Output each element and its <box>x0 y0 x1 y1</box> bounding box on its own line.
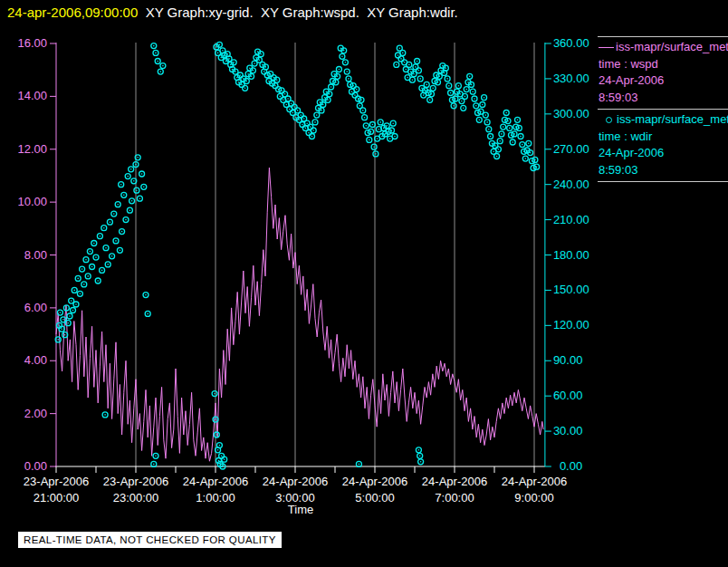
svg-text:23:00:00: 23:00:00 <box>113 491 159 505</box>
svg-text:240.00: 240.00 <box>553 178 589 191</box>
svg-text:24-Apr-2006: 24-Apr-2006 <box>263 475 328 488</box>
legend-time: 8:59:03 <box>599 162 728 179</box>
svg-text:0.00: 0.00 <box>24 459 47 473</box>
x-axis-title: Time <box>235 503 366 516</box>
svg-text:21:00:00: 21:00:00 <box>34 491 80 505</box>
legend-source: iss-mapr/surface_met <box>617 111 728 129</box>
legend-time: 8:59:03 <box>599 90 728 107</box>
svg-text:4.00: 4.00 <box>24 353 47 367</box>
legend-date: 24-Apr-2006 <box>599 145 728 162</box>
legend-separator <box>598 181 728 182</box>
svg-text:90.00: 90.00 <box>553 353 583 367</box>
svg-text:1:00:00: 1:00:00 <box>196 491 235 505</box>
legend-panel[interactable]: iss-mapr/surface_met time : wspd 24-Apr-… <box>598 36 728 182</box>
svg-text:10.00: 10.00 <box>17 195 47 208</box>
svg-text:120.00: 120.00 <box>553 318 589 332</box>
svg-text:14.00: 14.00 <box>17 89 47 102</box>
svg-text:330.00: 330.00 <box>553 72 589 85</box>
wspd-line-swatch-icon <box>599 47 614 48</box>
svg-text:6.00: 6.00 <box>24 301 47 314</box>
svg-text:24-Apr-2006: 24-Apr-2006 <box>342 475 407 488</box>
svg-text:60.00: 60.00 <box>553 389 583 402</box>
quality-disclaimer-banner: REAL-TIME DATA, NOT CHECKED FOR QUALITY <box>18 532 282 548</box>
svg-text:360.00: 360.00 <box>553 36 589 50</box>
wspd-line-series <box>56 168 543 461</box>
svg-text:24-Apr-2006: 24-Apr-2006 <box>422 475 487 488</box>
svg-text:24-Apr-2006: 24-Apr-2006 <box>502 475 567 488</box>
legend-date: 24-Apr-2006 <box>599 72 728 90</box>
svg-text:23-Apr-2006: 23-Apr-2006 <box>103 475 168 488</box>
svg-text:9:00:00: 9:00:00 <box>514 491 553 505</box>
legend-field: time : wspd <box>599 56 728 73</box>
svg-text:300.00: 300.00 <box>553 107 589 120</box>
svg-text:30.00: 30.00 <box>553 424 583 437</box>
svg-text:24-Apr-2006: 24-Apr-2006 <box>183 475 248 488</box>
svg-text:16.00: 16.00 <box>17 36 47 50</box>
legend-entry-wdir[interactable]: iss-mapr/surface_met time : wdir 24-Apr-… <box>598 110 728 181</box>
app-window: 24-apr-2006,09:00:00 XY Graph:xy-grid. X… <box>0 0 728 567</box>
svg-text:2.00: 2.00 <box>24 407 47 420</box>
legend-entry-wspd[interactable]: iss-mapr/surface_met time : wspd 24-Apr-… <box>598 37 728 109</box>
svg-text:0.00: 0.00 <box>560 459 582 473</box>
right-axis-wdir: 360.00330.00300.00270.00240.00210.00180.… <box>545 36 589 473</box>
gridlines <box>136 43 534 466</box>
svg-text:8.00: 8.00 <box>24 248 47 262</box>
svg-text:150.00: 150.00 <box>553 283 589 296</box>
svg-text:7:00:00: 7:00:00 <box>435 491 474 505</box>
svg-text:270.00: 270.00 <box>553 142 589 156</box>
x-axis: 23-Apr-200621:00:0023-Apr-200623:00:0024… <box>24 466 567 505</box>
legend-source: iss-mapr/surface_met <box>616 39 728 56</box>
legend-field: time : wdir <box>599 129 728 146</box>
svg-text:210.00: 210.00 <box>553 213 589 226</box>
wdir-circle-swatch-icon <box>606 117 612 123</box>
svg-text:180.00: 180.00 <box>553 248 589 262</box>
left-axis-wspd: 16.0014.0012.0010.008.006.004.002.000.00 <box>17 36 56 473</box>
svg-text:23-Apr-2006: 23-Apr-2006 <box>24 475 89 488</box>
svg-text:12.00: 12.00 <box>17 142 47 156</box>
